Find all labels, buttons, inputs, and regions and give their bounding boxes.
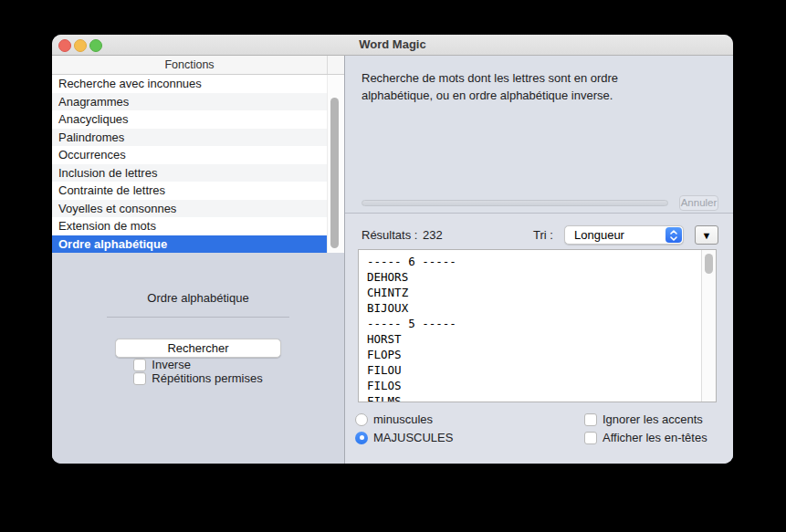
results-menu-button[interactable]: ▼ (695, 225, 718, 245)
app-window: Word Magic Fonctions Recherche avec inco… (52, 35, 733, 464)
option-checkbox-row[interactable]: ✓ Inverse (133, 358, 262, 371)
description-panel: Recherche de mots dont les lettres sont … (345, 56, 733, 214)
radio-label: MAJUSCULES (373, 431, 453, 444)
functions-list-scrollbar[interactable] (327, 75, 343, 253)
popup-stepper-icon (665, 227, 682, 243)
search-button[interactable]: Rechercher (115, 339, 281, 358)
checkbox-icon[interactable]: ✓ (133, 372, 146, 385)
functions-list: Recherche avec inconnuesAnagrammesAnacyc… (52, 75, 344, 253)
radio-icon[interactable] (355, 413, 368, 426)
option-checkbox-row[interactable]: ✓ Répétitions permises (133, 371, 262, 385)
results-label: Résultats : (362, 228, 417, 242)
function-list-item[interactable]: Contrainte de lettres (52, 182, 327, 200)
results-text: ----- 6 ----- DEHORS CHINTZ BIJOUX -----… (359, 250, 716, 402)
results-text-area[interactable]: ----- 6 ----- DEHORS CHINTZ BIJOUX -----… (358, 249, 717, 402)
function-options-panel: Ordre alphabétique Rechercher ✓ Inverse … (52, 253, 344, 464)
sort-popup-button[interactable]: Longueur (564, 225, 684, 245)
function-list-item[interactable]: Ordre alphabétique (52, 235, 327, 254)
sort-label: Tri : (533, 228, 553, 242)
function-list-item[interactable]: Extension de mots (52, 217, 327, 235)
function-description: Recherche de mots dont les lettres sont … (362, 69, 618, 104)
functions-header-label: Fonctions (52, 56, 327, 74)
results-scrollbar[interactable] (701, 250, 716, 402)
checkbox-label: Afficher les en-têtes (603, 431, 707, 444)
case-radio-row[interactable]: MAJUSCULES (355, 431, 453, 444)
checkbox-label: Répétitions permises (152, 371, 262, 385)
functions-sidebar: Fonctions Recherche avec inconnuesAnagra… (52, 56, 345, 464)
sort-popup-value: Longueur (574, 226, 624, 244)
radio-icon[interactable] (355, 432, 368, 444)
window-title: Word Magic (52, 35, 733, 55)
divider (107, 317, 289, 318)
results-panel: Résultats : 232 Tri : Longueur ▼ ----- 6… (345, 214, 733, 464)
function-list-item[interactable]: Anagrammes (52, 93, 327, 111)
results-count: 232 (423, 228, 443, 242)
checkbox-label: Ignorer les accents (603, 412, 703, 426)
function-list-item[interactable]: Anacycliques (52, 110, 327, 129)
title-bar[interactable]: Word Magic (52, 35, 733, 56)
display-checkbox-row[interactable]: ✓ Afficher les en-têtes (584, 431, 707, 444)
search-progress-bar (362, 200, 668, 206)
functions-column-header[interactable]: Fonctions (52, 56, 344, 75)
function-list-item[interactable]: Voyelles et consonnes (52, 200, 327, 218)
function-title: Ordre alphabétique (147, 291, 248, 305)
results-scrollbar-thumb[interactable] (705, 254, 713, 274)
functions-list-scrollbar-thumb[interactable] (330, 98, 339, 248)
function-list-item[interactable]: Recherche avec inconnues (52, 75, 327, 93)
cancel-button[interactable]: Annuler (679, 195, 718, 211)
function-list-item[interactable]: Palindromes (52, 129, 327, 147)
radio-label: minuscules (373, 412, 433, 426)
function-list-item[interactable]: Occurrences (52, 146, 327, 164)
checkbox-icon[interactable]: ✓ (584, 432, 597, 444)
checkbox-icon[interactable]: ✓ (133, 359, 146, 371)
display-checkbox-row[interactable]: ✓ Ignorer les accents (584, 412, 703, 426)
checkbox-label: Inverse (152, 358, 191, 371)
case-radio-row[interactable]: minuscules (355, 412, 433, 426)
checkbox-icon[interactable]: ✓ (584, 413, 597, 426)
function-list-item[interactable]: Inclusion de lettres (52, 164, 327, 183)
functions-header-scrollbar-cell (327, 56, 344, 74)
